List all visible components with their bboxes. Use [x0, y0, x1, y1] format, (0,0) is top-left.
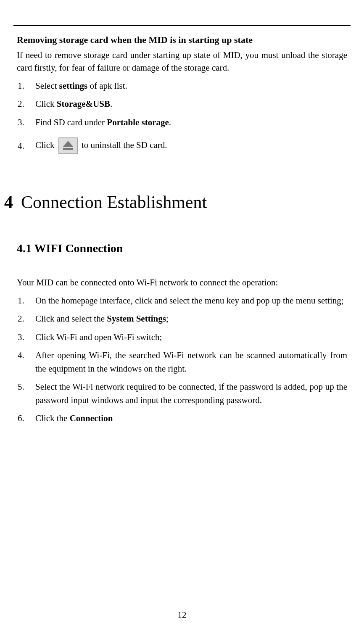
wifi-steps-list: 1. On the homepage interface, click and … [17, 294, 347, 425]
chapter-heading: 4 Connection Establishment [4, 192, 347, 212]
step-number: 1. [17, 294, 35, 308]
list-item: 3. Click Wi-Fi and open Wi-Fi switch; [17, 331, 347, 344]
step-text: . [169, 117, 171, 127]
step-bold: System Settings [107, 314, 166, 324]
step-text: Click [35, 140, 57, 150]
step-number: 2. [17, 312, 35, 326]
step-number: 4. [17, 349, 35, 375]
page-content: Removing storage card when the MID is in… [13, 34, 351, 425]
list-item: 1. On the homepage interface, click and … [17, 294, 347, 308]
list-item: 3. Find SD card under Portable storage. [17, 116, 347, 129]
chapter-title: Connection Establishment [21, 192, 207, 212]
step-number: 6. [17, 412, 35, 425]
step-number: 2. [17, 98, 35, 111]
step-body: Click to uninstall the SD card. [35, 137, 347, 154]
step-number: 5. [17, 380, 35, 407]
list-item: 2. Click Storage&USB. [17, 98, 347, 111]
step-number: 3. [17, 331, 35, 344]
section-intro-wifi: Your MID can be connected onto Wi-Fi net… [17, 276, 347, 289]
step-bold: Portable storage [107, 117, 169, 127]
storage-steps-list: 1. Select settings of apk list. 2. Click… [17, 79, 347, 155]
list-item: 6. Click the Connection [17, 412, 347, 425]
chapter-number: 4 [4, 192, 21, 212]
top-header-rule [13, 25, 351, 26]
step-body: Click the Connection [35, 412, 347, 425]
step-body: Click Wi-Fi and open Wi-Fi switch; [35, 331, 347, 344]
step-text: of apk list. [87, 81, 127, 91]
list-item: 2. Click and select the System Settings; [17, 312, 347, 326]
step-bold: Storage&USB [57, 99, 110, 109]
step-body: Select settings of apk list. [35, 79, 347, 93]
section-heading-wifi: 4.1 WIFI Connection [17, 242, 347, 255]
step-number: 3. [17, 116, 35, 129]
list-item: 4. Click to uninstall the SD card. [17, 137, 347, 154]
list-item: 1. Select settings of apk list. [17, 79, 347, 93]
step-text: Click [35, 99, 57, 109]
page-container: Removing storage card when the MID is in… [0, 0, 364, 633]
section-intro-storage: If need to remove storage card under sta… [17, 49, 347, 74]
step-text: Find SD card under [35, 117, 107, 127]
step-body: After opening Wi-Fi, the searched Wi-Fi … [35, 349, 347, 375]
step-body: On the homepage interface, click and sel… [35, 294, 347, 308]
step-text: to uninstall the SD card. [82, 140, 167, 150]
svg-rect-2 [63, 148, 73, 150]
step-text: Click the [35, 413, 70, 423]
step-body: Click Storage&USB. [35, 98, 347, 111]
list-item: 4. After opening Wi-Fi, the searched Wi-… [17, 349, 347, 375]
step-body: Select the Wi-Fi network required to be … [35, 380, 347, 407]
section-heading-storage: Removing storage card when the MID is in… [17, 34, 347, 45]
step-bold: Connection [70, 413, 113, 423]
page-number: 12 [0, 610, 364, 620]
step-body: Find SD card under Portable storage. [35, 116, 347, 129]
step-text: Select [35, 81, 59, 91]
eject-icon [58, 137, 78, 154]
step-number: 1. [17, 79, 35, 93]
step-text: . [110, 99, 112, 109]
step-number: 4. [17, 140, 35, 153]
step-text: ; [166, 314, 169, 324]
step-bold: settings [59, 81, 88, 91]
step-body: Click and select the System Settings; [35, 312, 347, 326]
step-text: Click and select the [35, 314, 107, 324]
list-item: 5. Select the Wi-Fi network required to … [17, 380, 347, 407]
